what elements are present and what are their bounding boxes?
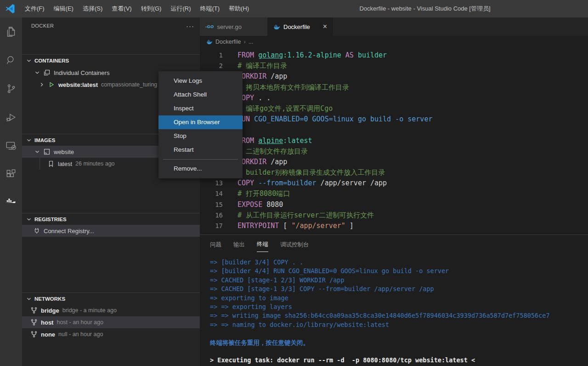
tab-dockerfile[interactable]: Dockerfile × bbox=[268, 17, 333, 36]
code-line: 16# 从工作目录运行server二进制可执行文件 bbox=[200, 210, 588, 221]
menubar-item[interactable]: 文件(F) bbox=[20, 0, 49, 17]
code-line: 15EXPOSE 8080 bbox=[200, 200, 588, 210]
network-name: host bbox=[41, 319, 53, 326]
breadcrumb[interactable]: Dockerfile › ... bbox=[200, 36, 588, 48]
code-line: 8 bbox=[200, 125, 588, 135]
editor-area[interactable]: -GO server.go Dockerfile × Dockerfile › … bbox=[200, 17, 588, 234]
terminal-line: => [builder 3/4] COPY . . bbox=[210, 258, 588, 267]
menubar-item[interactable]: 终端(T) bbox=[195, 0, 224, 17]
terminal-line: 终端将被任务重用，按任意键关闭。 bbox=[210, 338, 588, 347]
section-registries[interactable]: REGISTRIES bbox=[22, 213, 200, 225]
chevron-down-icon bbox=[26, 57, 32, 64]
chevron-down-icon bbox=[26, 296, 32, 302]
source-control-icon bbox=[5, 83, 17, 95]
context-menu-item[interactable]: Stop bbox=[158, 129, 243, 143]
menubar: 文件(F)编辑(E)选择(S)查看(V)转到(G)运行(R)终端(T)帮助(H) bbox=[20, 0, 254, 17]
docker-icon bbox=[5, 196, 17, 209]
image-icon bbox=[43, 148, 51, 155]
activity-extensions[interactable] bbox=[0, 160, 22, 189]
menubar-item[interactable]: 转到(G) bbox=[136, 0, 166, 17]
docker-sidebar: DOCKER ··· CONTAINERS Individual Contain… bbox=[22, 17, 200, 366]
panel-tab-inactive[interactable]: 输出 bbox=[233, 237, 245, 252]
context-menu-item[interactable]: Open in Browser bbox=[158, 115, 243, 129]
context-menu-item[interactable]: Remove... bbox=[158, 162, 243, 176]
containers-group-icon bbox=[43, 69, 51, 76]
network-icon bbox=[30, 307, 38, 314]
terminal-line bbox=[210, 347, 588, 356]
terminal-output[interactable]: => [builder 3/4] COPY . .=> [builder 4/4… bbox=[200, 253, 588, 365]
line-number: 16 bbox=[200, 210, 223, 221]
activity-bar bbox=[0, 17, 22, 366]
section-networks[interactable]: NETWORKS bbox=[22, 292, 200, 305]
context-menu-item[interactable]: Inspect bbox=[158, 102, 243, 115]
vscode-window: 文件(F)编辑(E)选择(S)查看(V)转到(G)运行(R)终端(T)帮助(H)… bbox=[0, 0, 588, 366]
context-menu-item[interactable]: Restart bbox=[158, 143, 243, 157]
container-running-icon bbox=[48, 81, 55, 88]
titlebar: 文件(F)编辑(E)选择(S)查看(V)转到(G)运行(R)终端(T)帮助(H)… bbox=[0, 0, 588, 17]
section-containers-label: CONTAINERS bbox=[34, 58, 69, 63]
context-menu-item[interactable]: Attach Shell bbox=[158, 88, 243, 102]
remote-explorer-icon bbox=[5, 140, 17, 152]
code-line: 13COPY --from=builder /app/server /app bbox=[200, 178, 588, 189]
window-title: Dockerfile - website - Visual Studio Cod… bbox=[322, 5, 528, 13]
activity-remote-explorer[interactable] bbox=[0, 132, 22, 160]
menu-separator bbox=[163, 159, 238, 160]
terminal-line bbox=[210, 329, 588, 338]
menubar-item[interactable]: 运行(R) bbox=[166, 0, 195, 17]
terminal-line: => CACHED [stage-1 3/3] COPY --from=buil… bbox=[210, 285, 588, 293]
network-item-bridge[interactable]: bridgebridge - a minute ago bbox=[22, 304, 200, 316]
go-file-icon: -GO bbox=[205, 24, 214, 29]
chevron-down-icon bbox=[26, 216, 32, 223]
containers-group-label: Individual Containers bbox=[54, 69, 109, 76]
panel-tab-active[interactable]: 终端 bbox=[257, 236, 268, 252]
code-line: 1FROM golang:1.16.2-alpine AS builder bbox=[200, 50, 588, 61]
network-icon bbox=[30, 319, 38, 326]
network-desc: null - an hour ago bbox=[58, 331, 103, 337]
editor-tabbar: -GO server.go Dockerfile × bbox=[200, 17, 588, 36]
activity-search[interactable] bbox=[0, 46, 22, 74]
network-item-host[interactable]: hosthost - an hour ago bbox=[22, 316, 200, 328]
line-number: 2 bbox=[200, 61, 223, 71]
menubar-item[interactable]: 帮助(H) bbox=[224, 0, 254, 17]
menubar-item[interactable]: 编辑(E) bbox=[49, 0, 78, 17]
close-icon[interactable]: × bbox=[323, 23, 327, 31]
breadcrumb-separator: › bbox=[244, 39, 246, 45]
network-item-none[interactable]: nonenull - an hour ago bbox=[22, 328, 200, 340]
tag-icon bbox=[47, 160, 55, 167]
code-line: 7RUN CGO_ENABLED=0 GOOS=linux go build -… bbox=[200, 114, 588, 125]
terminal-line: => => writing image sha256:b64cc0a09aa35… bbox=[210, 311, 588, 320]
sidebar-title: DOCKER bbox=[31, 23, 54, 29]
activity-run-and-debug[interactable] bbox=[0, 103, 22, 132]
activity-source-control[interactable] bbox=[0, 74, 22, 103]
line-number: 1 bbox=[200, 50, 223, 61]
terminal-line: => exporting to image bbox=[210, 294, 588, 303]
network-name: bridge bbox=[41, 307, 59, 314]
docker-file-icon bbox=[206, 39, 213, 45]
connect-registry-item[interactable]: Connect Registry... bbox=[22, 225, 200, 237]
line-content: ENTRYPOINT [ "/app/server" ] bbox=[223, 221, 354, 231]
chevron-down-icon bbox=[34, 69, 40, 76]
panel-tab-inactive[interactable]: 问题 bbox=[210, 237, 221, 252]
context-menu-item[interactable]: View Logs bbox=[158, 74, 243, 88]
code-line: 2# 编译工作目录 bbox=[200, 61, 588, 71]
line-number: 15 bbox=[200, 200, 223, 210]
indent-guide bbox=[40, 158, 40, 170]
files-icon bbox=[5, 26, 17, 38]
code-line: 14# 打开8080端口 bbox=[200, 189, 588, 199]
panel-tab-inactive[interactable]: 调试控制台 bbox=[280, 237, 309, 252]
menubar-item[interactable]: 选择(S) bbox=[78, 0, 107, 17]
terminal-line: => [builder 4/4] RUN CGO_ENABLED=0 GOOS=… bbox=[210, 267, 588, 275]
vscode-logo-icon bbox=[5, 3, 16, 14]
tab-server-go[interactable]: -GO server.go bbox=[200, 17, 268, 36]
activity-explorer[interactable] bbox=[0, 17, 22, 46]
line-content: # builder别称镜像目录生成文件放入工作目录 bbox=[223, 167, 385, 178]
tab-label: server.go bbox=[217, 23, 242, 30]
line-number: 17 bbox=[200, 221, 223, 231]
activity-docker[interactable] bbox=[0, 189, 22, 217]
menubar-item[interactable]: 查看(V) bbox=[107, 0, 136, 17]
section-containers[interactable]: CONTAINERS bbox=[22, 54, 200, 67]
more-actions-button[interactable]: ··· bbox=[186, 22, 194, 30]
line-content: RUN CGO_ENABLED=0 GOOS=linux go build -o… bbox=[223, 114, 432, 125]
line-content: EXPOSE 8080 bbox=[223, 200, 283, 210]
code-line: 5COPY . . bbox=[200, 93, 588, 103]
